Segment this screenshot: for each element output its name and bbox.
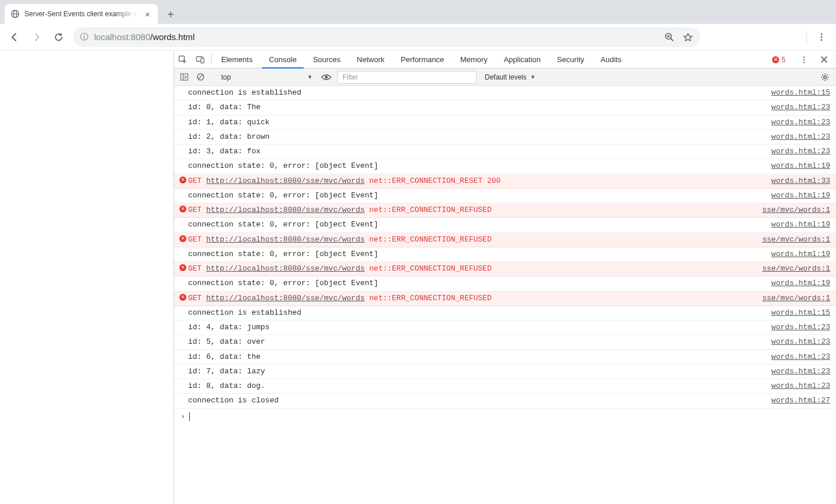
console-settings-icon[interactable] (817, 73, 833, 82)
new-tab-button[interactable]: + (163, 6, 179, 23)
console-filter-input[interactable] (337, 71, 477, 84)
console-log-row: connection state: 0, error: [object Even… (174, 276, 836, 291)
tab-close-button[interactable]: × (143, 9, 152, 19)
console-log-row: connection is establishedwords.html:15 (174, 86, 836, 100)
svg-point-9 (821, 39, 823, 41)
error-icon: ✕ (179, 294, 186, 301)
console-message: GET http://localhost:8080/sse/mvc/words … (188, 177, 766, 186)
console-message: connection state: 0, error: [object Even… (188, 250, 766, 259)
source-link[interactable]: words.html:15 (766, 308, 830, 318)
device-toolbar-icon[interactable] (192, 51, 209, 68)
source-link[interactable]: words.html:19 (766, 220, 830, 229)
execution-context-select[interactable]: top (217, 71, 315, 84)
devtools-tab-elements[interactable]: Elements (214, 51, 260, 68)
svg-line-4 (671, 38, 673, 41)
bookmark-star-icon[interactable] (683, 32, 693, 42)
source-link[interactable]: words.html:23 (766, 132, 830, 142)
console-error-row: ✕GET http://localhost:8080/sse/mvc/words… (174, 233, 836, 247)
console-message: connection state: 0, error: [object Even… (188, 220, 766, 229)
omnibox[interactable]: ⓘ localhost:8080/words.html (73, 27, 700, 47)
request-url-link[interactable]: http://localhost:8080/sse/mvc/words (206, 264, 365, 273)
console-prompt[interactable]: › (174, 409, 836, 425)
error-count-badge[interactable]: ✕ 5 (772, 56, 785, 64)
console-message: GET http://localhost:8080/sse/mvc/words … (188, 264, 756, 273)
source-link[interactable]: words.html:15 (766, 88, 830, 98)
log-levels-select[interactable]: Default levels (480, 71, 537, 84)
source-link[interactable]: words.html:23 (766, 367, 830, 376)
console-error-row: ✕GET http://localhost:8080/sse/mvc/words… (174, 203, 836, 218)
back-button[interactable] (5, 27, 24, 47)
source-link[interactable]: words.html:23 (766, 337, 830, 347)
console-log-row: id: 0, data: Thewords.html:23 (174, 100, 836, 115)
console-message: GET http://localhost:8080/sse/mvc/words … (188, 206, 756, 215)
site-info-icon[interactable]: ⓘ (80, 32, 88, 42)
source-link[interactable]: words.html:23 (766, 352, 830, 362)
svg-point-13 (803, 56, 805, 57)
text-cursor (189, 412, 190, 421)
zoom-icon[interactable] (664, 32, 675, 42)
devtools-tab-network[interactable]: Network (350, 51, 392, 68)
tab-title: Server-Sent Events client example w (24, 10, 138, 18)
console-log-row: id: 2, data: brownwords.html:23 (174, 130, 836, 145)
console-sidebar-toggle-icon[interactable] (178, 73, 190, 81)
source-link[interactable]: words.html:23 (766, 118, 830, 127)
source-link[interactable]: sse/mvc/words:1 (756, 294, 830, 303)
source-link[interactable]: sse/mvc/words:1 (756, 235, 830, 244)
svg-point-21 (824, 75, 826, 78)
console-message: connection is closed (188, 396, 766, 405)
inspect-element-icon[interactable] (174, 51, 192, 68)
source-link[interactable]: sse/mvc/words:1 (756, 206, 830, 215)
devtools-tab-performance[interactable]: Performance (394, 51, 451, 68)
console-log-row: connection state: 0, error: [object Even… (174, 247, 836, 262)
source-link[interactable]: words.html:23 (766, 147, 830, 156)
source-link[interactable]: words.html:19 (766, 191, 830, 200)
devtools-tab-application[interactable]: Application (497, 51, 548, 68)
clear-console-icon[interactable] (194, 73, 207, 81)
request-url-link[interactable]: http://localhost:8080/sse/mvc/words (206, 294, 365, 303)
source-link[interactable]: words.html:33 (766, 177, 830, 186)
devtools-tab-security[interactable]: Security (550, 51, 591, 68)
console-message: id: 8, data: dog. (188, 381, 766, 391)
console-message: GET http://localhost:8080/sse/mvc/words … (188, 235, 756, 244)
browser-tab-active[interactable]: Server-Sent Events client example w × (5, 4, 158, 24)
source-link[interactable]: words.html:27 (766, 396, 830, 405)
source-link[interactable]: words.html:19 (766, 250, 830, 259)
source-link[interactable]: words.html:23 (766, 323, 830, 332)
devtools-close-button[interactable] (815, 56, 833, 63)
console-message: connection is established (188, 308, 766, 318)
devtools-tab-memory[interactable]: Memory (453, 51, 495, 68)
console-log-row: id: 4, data: jumpswords.html:23 (174, 321, 836, 335)
console-message: GET http://localhost:8080/sse/mvc/words … (188, 294, 756, 303)
request-url-link[interactable]: http://localhost:8080/sse/mvc/words (206, 206, 365, 214)
live-expression-icon[interactable] (319, 74, 334, 81)
forward-button[interactable] (27, 27, 46, 47)
devtools-menu-button[interactable] (795, 56, 813, 64)
source-link[interactable]: words.html:23 (766, 381, 830, 391)
devtools-tab-console[interactable]: Console (262, 51, 304, 69)
error-icon: ✕ (179, 235, 186, 242)
source-link[interactable]: words.html:19 (766, 279, 830, 288)
source-link[interactable]: words.html:19 (766, 161, 830, 171)
console-message: id: 2, data: brown (188, 132, 766, 142)
svg-point-7 (821, 33, 823, 35)
browser-menu-button[interactable] (812, 27, 831, 47)
toolbar-separator (806, 31, 807, 44)
devtools-tab-sources[interactable]: Sources (306, 51, 348, 68)
console-message: id: 4, data: jumps (188, 323, 766, 332)
console-log-row: id: 6, data: thewords.html:23 (174, 350, 836, 365)
svg-line-27 (827, 79, 828, 80)
chevron-right-icon: › (178, 412, 188, 422)
console-output[interactable]: connection is establishedwords.html:15id… (174, 86, 836, 504)
source-link[interactable]: words.html:23 (766, 103, 830, 112)
devtools-tab-audits[interactable]: Audits (593, 51, 628, 68)
source-link[interactable]: sse/mvc/words:1 (756, 264, 830, 273)
console-log-row: id: 5, data: overwords.html:23 (174, 335, 836, 350)
console-log-row: connection state: 0, error: [object Even… (174, 159, 836, 174)
console-message: id: 5, data: over (188, 337, 766, 347)
console-log-row: id: 3, data: foxwords.html:23 (174, 145, 836, 159)
reload-button[interactable] (49, 27, 69, 47)
console-message: connection state: 0, error: [object Even… (188, 161, 766, 171)
console-log-row: id: 8, data: dog.words.html:23 (174, 379, 836, 394)
request-url-link[interactable]: http://localhost:8080/sse/mvc/words (206, 235, 365, 244)
request-url-link[interactable]: http://localhost:8080/sse/mvc/words (206, 177, 365, 185)
